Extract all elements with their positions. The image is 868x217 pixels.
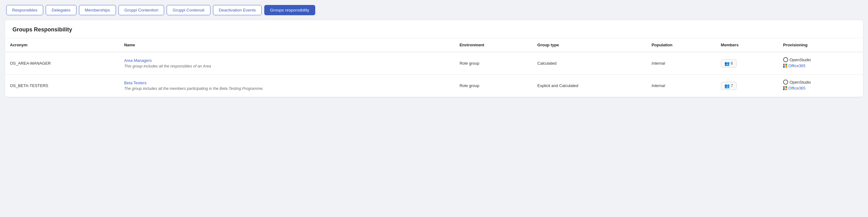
members-badge-1: 👥7 <box>721 82 737 90</box>
table-row: OS_BETA-TESTERSBeta TestersThe group inc… <box>5 74 863 97</box>
cell-population-0: Internal <box>647 52 716 74</box>
prov-office365-label-1: Office365 <box>788 86 806 90</box>
cell-acronym-1: OS_BETA-TESTERS <box>5 74 119 97</box>
tab-memberships[interactable]: Memberships <box>79 5 116 15</box>
tab-bar: ResponsiblesDelegatesMembershipsGruppi C… <box>0 0 868 20</box>
office365-icon-0 <box>783 64 787 68</box>
office365-icon-1 <box>783 86 787 90</box>
cell-population-1: Internal <box>647 74 716 97</box>
cell-provisioning-1: OpenStudio Office365 <box>778 74 863 97</box>
cell-grouptype-0: Calculated <box>532 52 647 74</box>
cell-members-1: 👥7 <box>716 74 778 97</box>
prov-studio-label-0: OpenStudio <box>789 58 811 62</box>
members-icon-0: 👥 <box>724 61 730 66</box>
content-area: Groups Responsibility AcronymNameEnviron… <box>5 20 863 97</box>
prov-circle-0 <box>783 57 788 62</box>
col-header-name: Name <box>119 38 455 52</box>
cell-name-0: Area ManagersThis group includes all the… <box>119 52 455 74</box>
members-badge-0: 👥6 <box>721 59 737 67</box>
name-desc-1: The group includes all the members parti… <box>124 86 263 91</box>
cell-environment-0: Role group <box>455 52 532 74</box>
section-title: Groups Responsibility <box>5 20 863 38</box>
cell-acronym-0: OS_AREA-MANAGER <box>5 52 119 74</box>
members-icon-1: 👥 <box>724 83 730 88</box>
tab-gruppi-contenitori[interactable]: Gruppi Contenitori <box>119 5 164 15</box>
cell-name-1: Beta TestersThe group includes all the m… <box>119 74 455 97</box>
col-header-members: Members <box>716 38 778 52</box>
tab-delegates[interactable]: Delegates <box>46 5 76 15</box>
col-header-environment: Environment <box>455 38 532 52</box>
prov-studio-0: OpenStudio <box>783 57 858 62</box>
prov-office365-1: Office365 <box>783 86 858 90</box>
cell-provisioning-0: OpenStudio Office365 <box>778 52 863 74</box>
cell-grouptype-1: Explicit and Calculated <box>532 74 647 97</box>
prov-office365-0: Office365 <box>783 63 858 68</box>
tab-gruppi-contenuti[interactable]: Gruppi Contenuti <box>167 5 210 15</box>
prov-office365-label-0: Office365 <box>788 63 806 68</box>
col-header-provisioning: Provisioning <box>778 38 863 52</box>
tab-responsibles[interactable]: Responsibles <box>6 5 43 15</box>
tab-deactivation-events[interactable]: Deactivation Events <box>213 5 262 15</box>
members-count-1: 7 <box>731 83 733 88</box>
members-count-0: 6 <box>731 61 733 66</box>
prov-studio-label-1: OpenStudio <box>789 80 811 85</box>
tab-groups-responsibility[interactable]: Groups responsibility <box>264 5 315 15</box>
cell-members-0: 👥6 <box>716 52 778 74</box>
prov-studio-1: OpenStudio <box>783 80 858 85</box>
groups-table: AcronymNameEnvironmentGroup typePopulati… <box>5 38 863 97</box>
name-desc-0: This group includes all the responsibles… <box>124 64 211 68</box>
name-link-1[interactable]: Beta Testers <box>124 81 450 85</box>
cell-environment-1: Role group <box>455 74 532 97</box>
col-header-acronym: Acronym <box>5 38 119 52</box>
name-link-0[interactable]: Area Managers <box>124 58 450 63</box>
col-header-population: Population <box>647 38 716 52</box>
table-body: OS_AREA-MANAGERArea ManagersThis group i… <box>5 52 863 97</box>
col-header-group_type: Group type <box>532 38 647 52</box>
prov-circle-1 <box>783 80 788 85</box>
table-row: OS_AREA-MANAGERArea ManagersThis group i… <box>5 52 863 74</box>
table-header-row: AcronymNameEnvironmentGroup typePopulati… <box>5 38 863 52</box>
